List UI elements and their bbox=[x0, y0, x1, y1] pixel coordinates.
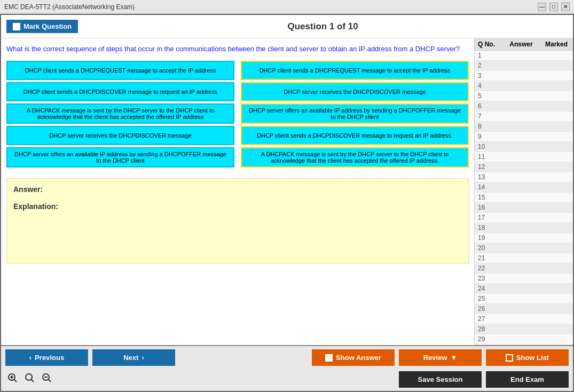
sidebar-row[interactable]: 12 bbox=[475, 162, 573, 172]
sidebar-row[interactable]: 16 bbox=[475, 203, 573, 213]
sidebar-row-marked bbox=[543, 82, 570, 90]
sidebar-row[interactable]: 23 bbox=[475, 274, 573, 284]
sidebar-row[interactable]: 9 bbox=[475, 132, 573, 142]
sidebar-row[interactable]: 13 bbox=[475, 172, 573, 182]
sidebar-row-qno: 20 bbox=[478, 244, 499, 252]
minimize-button[interactable]: — bbox=[538, 3, 546, 11]
sidebar-row[interactable]: 27 bbox=[475, 314, 573, 324]
explanation-label: Explanation: bbox=[13, 202, 462, 211]
drag-item-right-3[interactable]: DHCP server offers an available IP addre… bbox=[241, 103, 469, 124]
sidebar-row-marked bbox=[543, 92, 570, 100]
zoom-out-button[interactable] bbox=[40, 372, 54, 387]
sidebar-row-qno: 13 bbox=[478, 173, 499, 181]
sidebar-row[interactable]: 18 bbox=[475, 223, 573, 233]
sidebar-row-qno: 15 bbox=[478, 194, 499, 201]
sidebar-row[interactable]: 14 bbox=[475, 182, 573, 193]
sidebar-row-answer bbox=[499, 214, 543, 221]
zoom-controls bbox=[5, 372, 54, 387]
drag-item-left-2[interactable]: DHCP client sends a DHCPDISCOVER message… bbox=[6, 82, 234, 101]
answer-section: Answer: Explanation: bbox=[6, 178, 469, 263]
sidebar-row-marked bbox=[543, 244, 570, 252]
sidebar-row[interactable]: 25 bbox=[475, 294, 573, 304]
sidebar-row-marked bbox=[543, 234, 570, 242]
sidebar-row-qno: 23 bbox=[478, 275, 499, 282]
sidebar-row[interactable]: 6 bbox=[475, 101, 573, 111]
sidebar-row-answer bbox=[499, 265, 543, 272]
sidebar-row[interactable]: 20 bbox=[475, 243, 573, 253]
sidebar-row-qno: 21 bbox=[478, 254, 499, 262]
sidebar-row-marked bbox=[543, 214, 570, 221]
sidebar-row[interactable]: 19 bbox=[475, 233, 573, 243]
drag-item-right-2[interactable]: DHCP server receives the DHCPDISCOVER me… bbox=[241, 82, 469, 101]
sidebar-row-qno: 27 bbox=[478, 315, 499, 323]
drag-item-right-1[interactable]: DHCP client sends a DHCPREQUEST message … bbox=[241, 61, 469, 80]
sidebar-row-marked bbox=[543, 315, 570, 323]
zoom-default-button[interactable] bbox=[22, 372, 37, 387]
sidebar-row-answer bbox=[499, 113, 543, 120]
sidebar-row[interactable]: 21 bbox=[475, 253, 573, 263]
sidebar-row[interactable]: 8 bbox=[475, 122, 573, 132]
close-button[interactable]: ✕ bbox=[561, 3, 570, 11]
review-button[interactable]: Review ▼ bbox=[399, 349, 482, 366]
show-list-button[interactable]: ✓ Show List bbox=[486, 349, 569, 366]
sidebar-row[interactable]: 17 bbox=[475, 213, 573, 223]
sidebar-row-answer bbox=[499, 315, 543, 323]
svg-line-5 bbox=[32, 380, 34, 382]
svg-line-3 bbox=[14, 380, 17, 382]
sidebar-row-answer bbox=[499, 244, 543, 252]
sidebar-row[interactable]: 3 bbox=[475, 71, 573, 81]
drag-item-left-3[interactable]: A DHCPACK message is sent by the DHCP se… bbox=[6, 103, 234, 124]
sidebar-row-marked bbox=[543, 275, 570, 282]
mark-question-button[interactable]: Mark Question bbox=[6, 20, 78, 33]
sidebar-row-qno: 9 bbox=[478, 133, 499, 140]
maximize-button[interactable]: □ bbox=[549, 3, 558, 11]
sidebar-row-qno: 17 bbox=[478, 214, 499, 221]
save-session-button[interactable]: Save Session bbox=[399, 371, 482, 388]
left-drag-column: DHCP client sends a DHCPREQUEST message … bbox=[6, 61, 234, 167]
sidebar-row-answer bbox=[499, 102, 543, 110]
drag-item-right-5[interactable]: A DHCPACK message is sent by the DHCP se… bbox=[241, 147, 469, 167]
sidebar-row-marked bbox=[543, 62, 570, 69]
sidebar-row-qno: 18 bbox=[478, 224, 499, 231]
sidebar-row-marked bbox=[543, 194, 570, 201]
drag-item-left-1[interactable]: DHCP client sends a DHCPREQUEST message … bbox=[6, 61, 234, 80]
sidebar-row-marked bbox=[543, 204, 570, 211]
sidebar-row-marked bbox=[543, 72, 570, 79]
previous-button[interactable]: ‹ Previous bbox=[5, 349, 88, 366]
sidebar-row-answer bbox=[499, 143, 543, 150]
sidebar-row-answer bbox=[499, 335, 543, 343]
title-bar: EMC DEA-5TT2 (AssociateNetworking Exam) … bbox=[0, 0, 574, 14]
window-controls: — □ ✕ bbox=[538, 3, 570, 11]
end-exam-button[interactable]: End Exam bbox=[486, 371, 569, 388]
drag-drop-area: DHCP client sends a DHCPREQUEST message … bbox=[6, 61, 469, 167]
sidebar-row-marked bbox=[543, 113, 570, 120]
zoom-in-button[interactable] bbox=[5, 372, 20, 387]
sidebar-row[interactable]: 15 bbox=[475, 193, 573, 203]
sidebar-row-marked bbox=[543, 153, 570, 161]
sidebar-row-answer bbox=[499, 224, 543, 231]
sidebar-row-qno: 5 bbox=[478, 92, 499, 100]
drag-item-left-4[interactable]: DHCP server receives the DHCPDISCOVER me… bbox=[6, 126, 234, 145]
sidebar-row[interactable]: 22 bbox=[475, 263, 573, 274]
sidebar-row[interactable]: 10 bbox=[475, 142, 573, 152]
sidebar-row[interactable]: 28 bbox=[475, 324, 573, 334]
sidebar-row-answer bbox=[499, 204, 543, 211]
sidebar-row-qno: 2 bbox=[478, 62, 499, 69]
sidebar-row[interactable]: 24 bbox=[475, 284, 573, 294]
show-answer-button[interactable]: Show Answer bbox=[312, 349, 395, 366]
sidebar-row[interactable]: 26 bbox=[475, 304, 573, 314]
sidebar-row[interactable]: 11 bbox=[475, 152, 573, 162]
sidebar-row[interactable]: 7 bbox=[475, 111, 573, 122]
sidebar-row[interactable]: 1 bbox=[475, 51, 573, 61]
sidebar-row-qno: 1 bbox=[478, 52, 499, 59]
sidebar-row-qno: 14 bbox=[478, 183, 499, 191]
sidebar-row[interactable]: 5 bbox=[475, 91, 573, 101]
next-button[interactable]: Next › bbox=[92, 349, 175, 366]
content-area: What is the correct sequence of steps th… bbox=[1, 38, 573, 345]
prev-arrow-icon: ‹ bbox=[29, 354, 32, 362]
sidebar-row[interactable]: 2 bbox=[475, 61, 573, 71]
drag-item-right-4[interactable]: DHCP client sends a DHCPDISCOVER message… bbox=[241, 126, 469, 145]
sidebar-row[interactable]: 4 bbox=[475, 81, 573, 91]
drag-item-left-5[interactable]: DHCP server offers an available IP addre… bbox=[6, 147, 234, 167]
sidebar-row[interactable]: 29 bbox=[475, 334, 573, 345]
